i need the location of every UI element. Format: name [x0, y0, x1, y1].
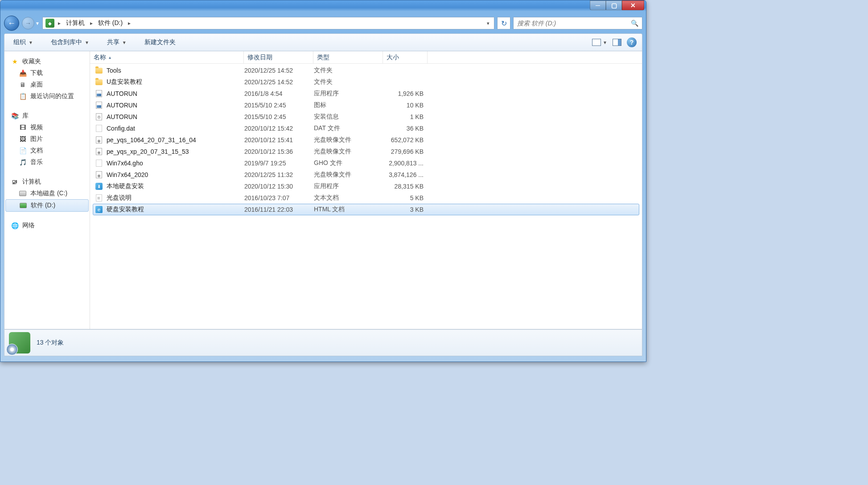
maximize-button[interactable]: ▢ [606, 0, 622, 10]
list-view-icon [592, 39, 601, 46]
chevron-down-icon: ▼ [122, 40, 127, 45]
file-row[interactable]: AUTORUN2016/1/8 4:54应用程序1,926 KB [93, 88, 639, 99]
new-folder-button[interactable]: 新建文件夹 [141, 37, 179, 48]
file-type: 安装信息 [314, 113, 383, 121]
file-row[interactable]: pe_yqs_xp_20_07_31_15_532020/10/12 15:36… [93, 146, 639, 157]
file-row[interactable]: U盘安装教程2020/12/25 14:52文件夹 [93, 76, 639, 88]
sidebar-item-drive-d[interactable]: 软件 (D:) [5, 199, 89, 212]
file-type: 图标 [314, 101, 383, 109]
music-icon: 🎵 [19, 158, 27, 166]
refresh-button[interactable]: ↻ [497, 17, 510, 29]
search-icon[interactable]: 🔍 [631, 20, 638, 27]
file-name-cell: Config.dat [93, 124, 244, 132]
help-button[interactable]: ? [627, 37, 637, 47]
breadcrumb-arrow-icon[interactable]: ▸ [56, 20, 62, 26]
sidebar-item-videos[interactable]: 🎞视频 [4, 122, 90, 133]
forward-button[interactable]: → [22, 17, 34, 29]
file-type: 文件夹 [314, 66, 383, 74]
file-date: 2016/11/21 22:03 [244, 206, 314, 213]
address-dropdown-icon[interactable]: ▾ [483, 21, 493, 26]
file-list[interactable]: Tools2020/12/25 14:52文件夹U盘安装教程2020/12/25… [90, 64, 642, 329]
file-row[interactable]: e硬盘安装教程2016/11/21 22:03HTML 文档3 KB [93, 204, 639, 215]
sidebar-item-downloads[interactable]: 📥下载 [4, 67, 90, 79]
folder-icon [95, 68, 103, 74]
file-type: 文本文档 [314, 194, 383, 202]
library-icon: 📚 [11, 112, 19, 120]
back-button[interactable]: ← [4, 16, 19, 31]
text-icon [96, 194, 102, 201]
navigation-pane: ★收藏夹 📥下载 🖥桌面 📋最近访问的位置 📚库 🎞视频 🖼图片 📄文档 🎵音乐… [4, 51, 90, 329]
file-name-cell: AUTORUN [93, 90, 244, 98]
computer-header[interactable]: 🖳计算机 [4, 176, 90, 188]
sidebar-item-recent[interactable]: 📋最近访问的位置 [4, 90, 90, 102]
share-menu[interactable]: 共享▼ [103, 37, 130, 48]
file-row[interactable]: pe_yqs_1064_20_07_31_16_042020/10/12 15:… [93, 134, 639, 146]
title-bar: ─ ▢ ✕ [0, 0, 646, 14]
network-header[interactable]: 🌐网络 [4, 220, 90, 231]
html-icon: e [95, 206, 103, 213]
breadcrumb-arrow-icon[interactable]: ▸ [88, 20, 95, 26]
file-icon [96, 125, 102, 132]
libraries-group: 📚库 🎞视频 🖼图片 📄文档 🎵音乐 [4, 110, 90, 168]
file-row[interactable]: 光盘说明2016/10/23 7:07文本文档5 KB [93, 192, 639, 204]
column-header-name[interactable]: 名称 [90, 51, 244, 63]
search-box[interactable]: 🔍 [513, 17, 642, 29]
organize-menu[interactable]: 组织▼ [10, 37, 37, 48]
file-row[interactable]: Config.dat2020/10/12 15:42DAT 文件36 KB [93, 123, 639, 134]
chevron-down-icon: ▼ [85, 40, 89, 45]
history-dropdown-icon[interactable]: ▼ [35, 21, 40, 26]
file-name-cell: Win7x64.gho [93, 159, 244, 167]
sidebar-item-desktop[interactable]: 🖥桌面 [4, 79, 90, 90]
drive-icon [19, 201, 27, 210]
address-bar[interactable]: ◆ ▸ 计算机 ▸ 软件 (D:) ▸ ▾ [42, 17, 494, 29]
file-row[interactable]: AUTORUN2015/5/10 2:45安装信息1 KB [93, 111, 639, 123]
include-library-menu[interactable]: 包含到库中▼ [47, 37, 93, 48]
file-name-cell: 光盘说明 [93, 194, 244, 202]
sidebar-item-pictures[interactable]: 🖼图片 [4, 133, 90, 145]
file-row[interactable]: Win7x64_20202020/12/25 11:32光盘映像文件3,874,… [93, 169, 639, 181]
favorites-header[interactable]: ★收藏夹 [4, 56, 90, 67]
file-size: 36 KB [383, 125, 428, 132]
file-size: 3 KB [383, 206, 428, 213]
folder-icon [95, 79, 103, 85]
file-row[interactable]: AUTORUN2015/5/10 2:45图标10 KB [93, 99, 639, 111]
file-row[interactable]: ⬇本地硬盘安装2020/10/12 15:30应用程序28,315 KB [93, 181, 639, 192]
sidebar-item-drive-c[interactable]: 本地磁盘 (C:) [4, 188, 90, 199]
close-button[interactable]: ✕ [622, 0, 644, 10]
file-date: 2020/10/12 15:36 [244, 148, 314, 155]
column-headers: 名称 修改日期 类型 大小 [90, 51, 642, 64]
file-name-cell: Win7x64_2020 [93, 171, 244, 179]
view-mode-button[interactable]: ▼ [592, 39, 607, 46]
column-header-type[interactable]: 类型 [313, 51, 383, 63]
file-row[interactable]: Tools2020/12/25 14:52文件夹 [93, 65, 639, 76]
status-bar: 13 个对象 [4, 329, 642, 356]
drive-icon [19, 189, 27, 197]
iso-icon [96, 136, 102, 144]
network-icon: 🌐 [11, 222, 19, 230]
breadcrumb-arrow-icon[interactable]: ▸ [126, 20, 132, 26]
search-input[interactable] [517, 20, 631, 27]
file-row[interactable]: Win7x64.gho2019/9/7 19:25GHO 文件2,900,813… [93, 157, 639, 169]
breadcrumb-computer[interactable]: 计算机 [62, 17, 88, 29]
column-header-size[interactable]: 大小 [383, 51, 428, 63]
file-size: 10 KB [383, 102, 428, 109]
iso-icon [96, 148, 102, 155]
file-size: 2,900,813 ... [383, 160, 428, 167]
sidebar-item-documents[interactable]: 📄文档 [4, 145, 90, 156]
file-name-cell: U盘安装教程 [93, 78, 244, 86]
file-size: 1 KB [383, 113, 428, 120]
sidebar-item-music[interactable]: 🎵音乐 [4, 156, 90, 168]
file-size: 1,926 KB [383, 90, 428, 97]
column-header-date[interactable]: 修改日期 [244, 51, 313, 63]
exe-icon [96, 102, 102, 109]
libraries-header[interactable]: 📚库 [4, 110, 90, 122]
file-type: DAT 文件 [314, 124, 383, 132]
file-name: 光盘说明 [107, 194, 132, 202]
breadcrumb-drive[interactable]: 软件 (D:) [95, 17, 126, 29]
file-type: 光盘映像文件 [314, 148, 383, 156]
file-name: Win7x64_2020 [107, 171, 148, 178]
preview-pane-button[interactable] [613, 39, 621, 46]
file-size: 5 KB [383, 194, 428, 201]
chevron-down-icon: ▼ [603, 40, 607, 45]
minimize-button[interactable]: ─ [590, 0, 606, 10]
